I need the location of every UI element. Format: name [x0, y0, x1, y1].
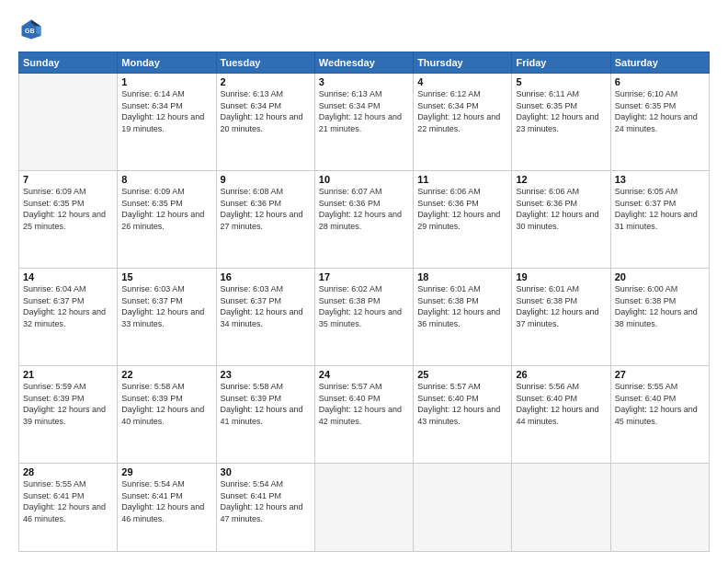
day-info: Sunrise: 6:01 AMSunset: 6:38 PMDaylight:… — [417, 283, 507, 329]
day-cell: 28Sunrise: 5:55 AMSunset: 6:41 PMDayligh… — [19, 464, 118, 552]
day-info: Sunrise: 6:02 AMSunset: 6:38 PMDaylight:… — [319, 283, 409, 329]
day-cell: 29Sunrise: 5:54 AMSunset: 6:41 PMDayligh… — [118, 464, 216, 552]
logo-icon: GB — [18, 17, 44, 42]
week-row-4: 21Sunrise: 5:59 AMSunset: 6:39 PMDayligh… — [19, 366, 710, 464]
day-number: 2 — [221, 76, 311, 87]
day-info: Sunrise: 6:03 AMSunset: 6:37 PMDaylight:… — [121, 283, 211, 329]
day-cell — [610, 464, 709, 552]
day-info: Sunrise: 6:13 AMSunset: 6:34 PMDaylight:… — [221, 88, 311, 134]
logo: GB — [18, 17, 48, 42]
day-info: Sunrise: 6:04 AMSunset: 6:37 PMDaylight:… — [23, 283, 113, 329]
day-cell: 30Sunrise: 5:54 AMSunset: 6:41 PMDayligh… — [216, 464, 314, 552]
day-number: 9 — [221, 174, 311, 185]
day-cell — [19, 74, 118, 171]
svg-text:GB: GB — [25, 28, 35, 34]
day-cell: 24Sunrise: 5:57 AMSunset: 6:40 PMDayligh… — [314, 366, 413, 464]
day-cell: 3Sunrise: 6:13 AMSunset: 6:34 PMDaylight… — [314, 74, 413, 171]
day-info: Sunrise: 6:09 AMSunset: 6:35 PMDaylight:… — [23, 186, 113, 232]
day-cell: 27Sunrise: 5:55 AMSunset: 6:40 PMDayligh… — [610, 366, 709, 464]
week-row-2: 7Sunrise: 6:09 AMSunset: 6:35 PMDaylight… — [19, 171, 710, 269]
day-info: Sunrise: 6:03 AMSunset: 6:37 PMDaylight:… — [221, 283, 311, 329]
col-header-monday: Monday — [118, 52, 216, 74]
day-number: 18 — [417, 271, 507, 282]
day-number: 28 — [23, 466, 113, 477]
day-number: 11 — [417, 174, 507, 185]
day-cell — [414, 464, 512, 552]
day-number: 14 — [23, 271, 113, 282]
day-cell — [512, 464, 610, 552]
day-info: Sunrise: 5:58 AMSunset: 6:39 PMDaylight:… — [121, 381, 211, 427]
day-cell: 17Sunrise: 6:02 AMSunset: 6:38 PMDayligh… — [314, 269, 413, 366]
day-number: 13 — [615, 174, 705, 185]
day-number: 5 — [516, 76, 606, 87]
day-number: 24 — [319, 369, 409, 380]
day-cell: 23Sunrise: 5:58 AMSunset: 6:39 PMDayligh… — [216, 366, 314, 464]
day-cell: 11Sunrise: 6:06 AMSunset: 6:36 PMDayligh… — [414, 171, 512, 269]
day-number: 3 — [319, 76, 409, 87]
day-number: 10 — [319, 174, 409, 185]
day-number: 12 — [516, 174, 606, 185]
day-number: 19 — [516, 271, 606, 282]
day-cell: 13Sunrise: 6:05 AMSunset: 6:37 PMDayligh… — [610, 171, 709, 269]
day-number: 4 — [417, 76, 507, 87]
day-info: Sunrise: 5:57 AMSunset: 6:40 PMDaylight:… — [319, 381, 409, 427]
day-cell: 18Sunrise: 6:01 AMSunset: 6:38 PMDayligh… — [414, 269, 512, 366]
day-info: Sunrise: 5:57 AMSunset: 6:40 PMDaylight:… — [417, 381, 507, 427]
day-number: 29 — [121, 466, 211, 477]
col-header-sunday: Sunday — [19, 52, 118, 74]
day-info: Sunrise: 6:05 AMSunset: 6:37 PMDaylight:… — [615, 186, 705, 232]
day-info: Sunrise: 6:00 AMSunset: 6:38 PMDaylight:… — [615, 283, 705, 329]
day-info: Sunrise: 5:55 AMSunset: 6:41 PMDaylight:… — [23, 478, 113, 524]
day-number: 23 — [221, 369, 311, 380]
day-info: Sunrise: 6:07 AMSunset: 6:36 PMDaylight:… — [319, 186, 409, 232]
day-number: 16 — [221, 271, 311, 282]
day-info: Sunrise: 6:06 AMSunset: 6:36 PMDaylight:… — [417, 186, 507, 232]
week-row-1: 1Sunrise: 6:14 AMSunset: 6:34 PMDaylight… — [19, 74, 710, 171]
day-info: Sunrise: 6:14 AMSunset: 6:34 PMDaylight:… — [121, 88, 211, 134]
day-info: Sunrise: 6:11 AMSunset: 6:35 PMDaylight:… — [516, 88, 606, 134]
day-info: Sunrise: 5:59 AMSunset: 6:39 PMDaylight:… — [23, 381, 113, 427]
day-number: 22 — [121, 369, 211, 380]
day-cell — [314, 464, 413, 552]
day-cell: 1Sunrise: 6:14 AMSunset: 6:34 PMDaylight… — [118, 74, 216, 171]
day-number: 25 — [417, 369, 507, 380]
day-cell: 2Sunrise: 6:13 AMSunset: 6:34 PMDaylight… — [216, 74, 314, 171]
day-number: 6 — [615, 76, 705, 87]
header: GB — [18, 17, 710, 42]
col-header-thursday: Thursday — [414, 52, 512, 74]
week-row-3: 14Sunrise: 6:04 AMSunset: 6:37 PMDayligh… — [19, 269, 710, 366]
day-cell: 22Sunrise: 5:58 AMSunset: 6:39 PMDayligh… — [118, 366, 216, 464]
day-info: Sunrise: 5:56 AMSunset: 6:40 PMDaylight:… — [516, 381, 606, 427]
day-info: Sunrise: 5:55 AMSunset: 6:40 PMDaylight:… — [615, 381, 705, 427]
day-info: Sunrise: 5:54 AMSunset: 6:41 PMDaylight:… — [121, 478, 211, 524]
day-info: Sunrise: 6:06 AMSunset: 6:36 PMDaylight:… — [516, 186, 606, 232]
calendar: SundayMondayTuesdayWednesdayThursdayFrid… — [18, 52, 710, 552]
day-number: 30 — [221, 466, 311, 477]
day-info: Sunrise: 6:13 AMSunset: 6:34 PMDaylight:… — [319, 88, 409, 134]
day-number: 8 — [121, 174, 211, 185]
day-cell: 26Sunrise: 5:56 AMSunset: 6:40 PMDayligh… — [512, 366, 610, 464]
col-header-saturday: Saturday — [610, 52, 709, 74]
day-info: Sunrise: 5:58 AMSunset: 6:39 PMDaylight:… — [221, 381, 311, 427]
day-cell: 25Sunrise: 5:57 AMSunset: 6:40 PMDayligh… — [414, 366, 512, 464]
day-cell: 15Sunrise: 6:03 AMSunset: 6:37 PMDayligh… — [118, 269, 216, 366]
day-cell: 12Sunrise: 6:06 AMSunset: 6:36 PMDayligh… — [512, 171, 610, 269]
day-number: 20 — [615, 271, 705, 282]
day-info: Sunrise: 6:09 AMSunset: 6:35 PMDaylight:… — [121, 186, 211, 232]
col-header-wednesday: Wednesday — [314, 52, 413, 74]
col-header-friday: Friday — [512, 52, 610, 74]
day-info: Sunrise: 5:54 AMSunset: 6:41 PMDaylight:… — [221, 478, 311, 524]
day-number: 7 — [23, 174, 113, 185]
day-cell: 8Sunrise: 6:09 AMSunset: 6:35 PMDaylight… — [118, 171, 216, 269]
week-row-5: 28Sunrise: 5:55 AMSunset: 6:41 PMDayligh… — [19, 464, 710, 552]
day-info: Sunrise: 6:08 AMSunset: 6:36 PMDaylight:… — [221, 186, 311, 232]
day-cell: 9Sunrise: 6:08 AMSunset: 6:36 PMDaylight… — [216, 171, 314, 269]
day-header-row: SundayMondayTuesdayWednesdayThursdayFrid… — [19, 52, 710, 74]
day-number: 27 — [615, 369, 705, 380]
day-number: 26 — [516, 369, 606, 380]
day-cell: 4Sunrise: 6:12 AMSunset: 6:34 PMDaylight… — [414, 74, 512, 171]
day-cell: 5Sunrise: 6:11 AMSunset: 6:35 PMDaylight… — [512, 74, 610, 171]
day-cell: 6Sunrise: 6:10 AMSunset: 6:35 PMDaylight… — [610, 74, 709, 171]
page: GB SundayMondayTuesdayWednesdayThursdayF… — [0, 0, 728, 563]
day-cell: 21Sunrise: 5:59 AMSunset: 6:39 PMDayligh… — [19, 366, 118, 464]
